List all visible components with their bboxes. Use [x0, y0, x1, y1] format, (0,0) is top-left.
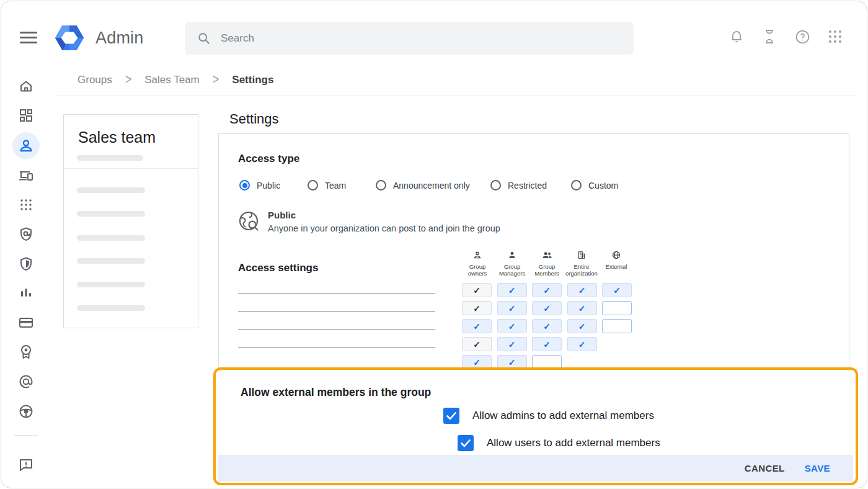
group-card-title: Sales team [78, 128, 156, 146]
group-card: Sales team [63, 114, 198, 328]
sidebar-item-dashboard[interactable] [12, 102, 40, 129]
page-title: Settings [229, 111, 279, 127]
access-cell-empty[interactable] [602, 319, 632, 333]
breadcrumb-sales-team[interactable]: Sales Team [144, 74, 200, 86]
radio-announcement-only[interactable]: Announcement only [376, 180, 470, 191]
chevron-right-icon: > [213, 71, 219, 87]
skeleton-line [77, 155, 143, 161]
notifications-icon[interactable] [728, 29, 745, 45]
allow-admins-label: Allow admins to add external members [472, 410, 654, 422]
radio-team[interactable]: Team [308, 180, 346, 191]
access-cell-disabled[interactable]: ✓ [462, 301, 492, 315]
skeleton-line [77, 305, 145, 311]
search-icon [197, 32, 211, 45]
radio-label: Announcement only [393, 181, 470, 191]
access-cell-checked[interactable]: ✓ [497, 319, 527, 333]
breadcrumb: Groups > Sales Team > Settings [78, 73, 273, 86]
steering-wheel-icon [19, 404, 33, 419]
allow-users-checkbox[interactable] [458, 435, 474, 451]
sidebar-item-apps[interactable] [12, 191, 40, 218]
sidebar-item-directory[interactable] [12, 132, 40, 159]
setting-row-underline [238, 311, 435, 312]
sidebar-item-admin-roles[interactable] [12, 368, 40, 395]
access-cell-checked[interactable]: ✓ [567, 283, 597, 297]
group-card-divider [64, 168, 198, 169]
skeleton-line [77, 258, 145, 264]
access-settings-heading: Access settings [238, 262, 318, 274]
access-cell-checked[interactable]: ✓ [567, 337, 597, 351]
sidebar-item-account[interactable] [12, 338, 40, 366]
radio-label: Custom [588, 181, 618, 191]
sidebar-item-feedback[interactable] [12, 451, 40, 478]
external-members-heading: Allow external members in the group [241, 386, 431, 399]
selected-access-title: Public [268, 210, 296, 220]
access-cell-checked[interactable]: ✓ [532, 337, 562, 351]
person-filled-icon [508, 251, 516, 259]
access-cell-checked[interactable]: ✓ [497, 301, 527, 315]
devices-icon [19, 169, 33, 182]
column-external: External [599, 251, 634, 271]
radio-icon [376, 180, 386, 191]
home-icon [19, 79, 33, 94]
access-cell-checked[interactable]: ✓ [532, 301, 562, 315]
access-cell-disabled[interactable]: ✓ [462, 283, 492, 297]
shield-at-icon [19, 227, 33, 241]
globe-icon [612, 251, 621, 259]
access-cell-checked[interactable]: ✓ [567, 319, 597, 333]
access-cell-checked[interactable]: ✓ [462, 319, 492, 333]
selected-access-description: Anyone in your organization can post to … [268, 223, 500, 233]
access-cell-checked[interactable]: ✓ [567, 301, 597, 315]
apps-dots-icon [20, 199, 32, 211]
access-cell-disabled[interactable]: ✓ [462, 337, 492, 351]
access-type-heading: Access type [238, 153, 299, 165]
person-icon [18, 138, 34, 154]
menu-icon[interactable] [20, 32, 37, 44]
apps-grid-icon[interactable] [827, 29, 843, 45]
access-cell-checked[interactable]: ✓ [497, 283, 527, 297]
search-placeholder: Search [221, 32, 254, 45]
sidebar-item-reporting[interactable] [12, 279, 40, 307]
access-cell-checked[interactable]: ✓ [532, 283, 562, 297]
action-bar: CANCEL SAVE [218, 455, 853, 482]
save-button[interactable]: SAVE [805, 463, 830, 473]
column-group-members: Group Members [529, 251, 564, 277]
column-group-managers: Group Managers [495, 251, 529, 277]
feedback-icon [19, 457, 33, 472]
radio-public[interactable]: Public [239, 180, 280, 191]
access-cell-empty[interactable] [602, 301, 632, 315]
search-input[interactable]: Search [185, 22, 634, 55]
chevron-right-icon: > [125, 71, 132, 87]
tasks-hourglass-icon[interactable] [761, 29, 777, 45]
breadcrumb-groups[interactable]: Groups [78, 74, 112, 86]
breadcrumb-settings: Settings [232, 74, 273, 86]
building-icon [577, 251, 586, 259]
badge-icon [19, 344, 33, 359]
sidebar-item-devices[interactable] [12, 162, 40, 189]
dashboard-icon [19, 109, 33, 122]
help-icon[interactable] [794, 29, 810, 45]
radio-label: Public [257, 181, 280, 191]
allow-admins-checkbox[interactable] [443, 408, 459, 424]
sidebar-item-home[interactable] [12, 73, 40, 100]
cancel-button[interactable]: CANCEL [745, 463, 785, 473]
radio-label: Restricted [508, 181, 547, 191]
skeleton-line [77, 235, 145, 241]
radio-label: Team [325, 181, 346, 191]
at-sign-icon [19, 374, 33, 389]
radio-icon [239, 180, 250, 191]
google-admin-logo [55, 24, 84, 54]
access-cell-checked[interactable]: ✓ [497, 337, 527, 351]
sidebar-item-rules[interactable] [12, 220, 40, 248]
app-title: Admin [95, 29, 144, 48]
sidebar-item-security[interactable] [12, 250, 40, 277]
radio-restricted[interactable]: Restricted [490, 180, 547, 191]
sidebar-item-support[interactable] [12, 398, 40, 425]
access-grid: ✓✓✓✓✓✓✓✓✓✓✓✓✓✓✓✓✓✓✓ [462, 283, 632, 373]
radio-icon [571, 180, 582, 191]
radio-custom[interactable]: Custom [571, 180, 618, 191]
access-cell-checked[interactable]: ✓ [532, 319, 562, 333]
setting-row-underline [238, 329, 435, 330]
access-cell-checked[interactable]: ✓ [602, 283, 632, 297]
sidebar-item-billing[interactable] [12, 309, 40, 336]
skeleton-line [77, 211, 145, 217]
